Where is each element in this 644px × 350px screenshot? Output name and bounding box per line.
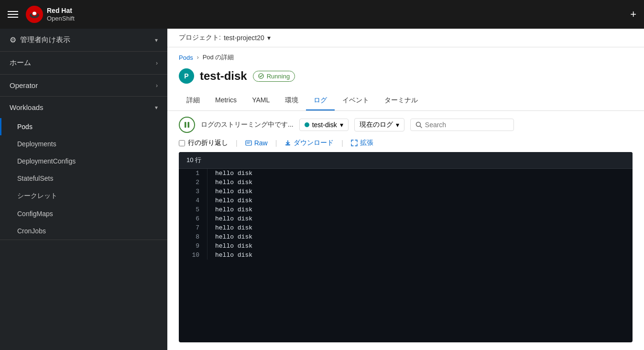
tab-yaml[interactable]: YAML — [244, 91, 277, 110]
log-text: hello disk — [207, 196, 260, 205]
project-name: test-project20 — [224, 34, 264, 42]
raw-link[interactable]: Raw — [245, 139, 268, 147]
breadcrumb: Pods › Pod の詳細 — [167, 47, 644, 65]
wrap-checkbox-input[interactable] — [179, 140, 185, 146]
sidebar-item-admin[interactable]: ⚙ 管理者向け表示 ▾ — [0, 29, 167, 51]
logo: Red Hat OpenShift — [26, 6, 75, 23]
running-icon — [258, 73, 264, 79]
line-number: 9 — [179, 241, 207, 251]
workloads-label: Workloads — [10, 103, 155, 111]
log-row: 4hello disk — [179, 196, 633, 205]
tab-terminal[interactable]: ターミナル — [377, 91, 426, 110]
pod-name: test-disk — [200, 69, 247, 83]
log-text: hello disk — [207, 251, 260, 260]
container-status-dot — [305, 122, 309, 127]
sidebar-item-pods[interactable]: Pods — [0, 118, 167, 135]
search-box[interactable] — [410, 119, 514, 131]
tab-metrics[interactable]: Metrics — [207, 91, 244, 110]
wrap-checkbox[interactable]: 行の折り返し — [179, 139, 228, 147]
log-text: hello disk — [207, 223, 260, 232]
chevron-down-icon: ▾ — [267, 34, 271, 42]
breadcrumb-current: Pod の詳細 — [203, 53, 234, 62]
tab-env[interactable]: 環境 — [277, 91, 306, 110]
wrap-label: 行の折り返し — [188, 139, 228, 147]
svg-rect-5 — [185, 122, 186, 128]
sidebar-item-deployments[interactable]: Deployments — [0, 135, 167, 153]
breadcrumb-pods-link[interactable]: Pods — [179, 54, 193, 61]
sidebar-item-cronjobs[interactable]: CronJobs — [0, 222, 167, 240]
status-badge: Running — [253, 71, 295, 82]
log-row: 7hello disk — [179, 223, 633, 232]
add-button[interactable]: + — [630, 8, 636, 21]
tab-logs[interactable]: ログ — [306, 91, 335, 110]
log-text: hello disk — [207, 178, 260, 187]
log-row: 5hello disk — [179, 205, 633, 214]
line-number: 8 — [179, 232, 207, 241]
download-link[interactable]: ダウンロード — [284, 139, 334, 147]
chevron-down-icon: ▾ — [340, 121, 343, 129]
line-number: 7 — [179, 223, 207, 232]
log-text: hello disk — [207, 169, 260, 178]
redhat-logo-icon — [26, 6, 43, 23]
pause-button[interactable] — [179, 117, 195, 133]
project-prefix: プロジェクト: — [179, 33, 221, 42]
sidebar-item-deploymentconfigs[interactable]: DeploymentConfigs — [0, 153, 167, 170]
log-row: 3hello disk — [179, 187, 633, 196]
expand-icon — [351, 140, 358, 146]
line-number: 3 — [179, 187, 207, 196]
line-number: 2 — [179, 178, 207, 187]
log-row: 10hello disk — [179, 251, 633, 260]
chevron-right-icon: › — [156, 82, 158, 89]
page-header: P test-disk Running — [167, 65, 644, 91]
raw-icon — [245, 140, 252, 146]
log-type-select[interactable]: 現在のログ ▾ — [354, 118, 404, 131]
container-select[interactable]: test-disk ▾ — [299, 119, 349, 131]
expand-link[interactable]: 拡張 — [351, 139, 373, 147]
line-number: 5 — [179, 205, 207, 214]
svg-line-8 — [420, 126, 422, 128]
line-number: 1 — [179, 169, 207, 178]
sidebar-item-workloads[interactable]: Workloads ▾ — [0, 97, 167, 118]
log-row: 6hello disk — [179, 214, 633, 223]
hamburger-menu[interactable] — [8, 11, 18, 18]
tab-details[interactable]: 詳細 — [179, 91, 207, 110]
log-text: hello disk — [207, 205, 260, 214]
line-number: 4 — [179, 196, 207, 205]
log-line-count: 10 行 — [179, 152, 633, 169]
sidebar-item-operator[interactable]: Operator › — [0, 75, 167, 96]
log-content[interactable]: 1hello disk2hello disk3hello disk4hello … — [179, 169, 633, 342]
log-row: 8hello disk — [179, 232, 633, 241]
chevron-down-icon: ▾ — [155, 37, 158, 44]
log-row: 2hello disk — [179, 178, 633, 187]
search-icon — [415, 121, 422, 128]
log-text: hello disk — [207, 241, 260, 251]
chevron-down-icon: ▾ — [396, 121, 399, 129]
project-bar: プロジェクト: test-project20 ▾ — [167, 29, 644, 47]
tab-events[interactable]: イベント — [335, 91, 377, 110]
streaming-status: ログのストリーミング中です... — [201, 120, 294, 129]
download-icon — [284, 140, 291, 146]
svg-rect-6 — [188, 122, 190, 128]
sidebar-item-home[interactable]: ホーム › — [0, 52, 167, 74]
sidebar-item-configmaps[interactable]: ConfigMaps — [0, 205, 167, 222]
status-text: Running — [267, 73, 290, 80]
log-area: 10 行 1hello disk2hello disk3hello disk4h… — [179, 152, 633, 342]
admin-label: 管理者向け表示 — [20, 35, 155, 44]
home-label: ホーム — [10, 58, 156, 67]
sidebar-item-secrets[interactable]: シークレット — [0, 187, 167, 205]
project-dropdown[interactable]: プロジェクト: test-project20 ▾ — [179, 33, 271, 42]
brand-name: Red Hat — [47, 7, 75, 15]
top-nav: Red Hat OpenShift + — [0, 0, 644, 29]
operator-label: Operator — [10, 81, 156, 89]
pod-icon: P — [179, 68, 194, 84]
log-row: 1hello disk — [179, 169, 633, 178]
content-area: プロジェクト: test-project20 ▾ Pods › Pod の詳細 … — [167, 29, 644, 350]
sidebar: ⚙ 管理者向け表示 ▾ ホーム › Operator › Workloads ▾… — [0, 29, 167, 350]
gear-icon: ⚙ — [10, 35, 16, 44]
breadcrumb-separator: › — [197, 54, 199, 61]
log-row: 9hello disk — [179, 241, 633, 251]
chevron-down-icon: ▾ — [155, 104, 158, 111]
sidebar-item-statefulsets[interactable]: StatefulSets — [0, 170, 167, 187]
log-toolbar: ログのストリーミング中です... test-disk ▾ 現在のログ ▾ — [167, 111, 644, 139]
search-input[interactable] — [425, 121, 509, 129]
